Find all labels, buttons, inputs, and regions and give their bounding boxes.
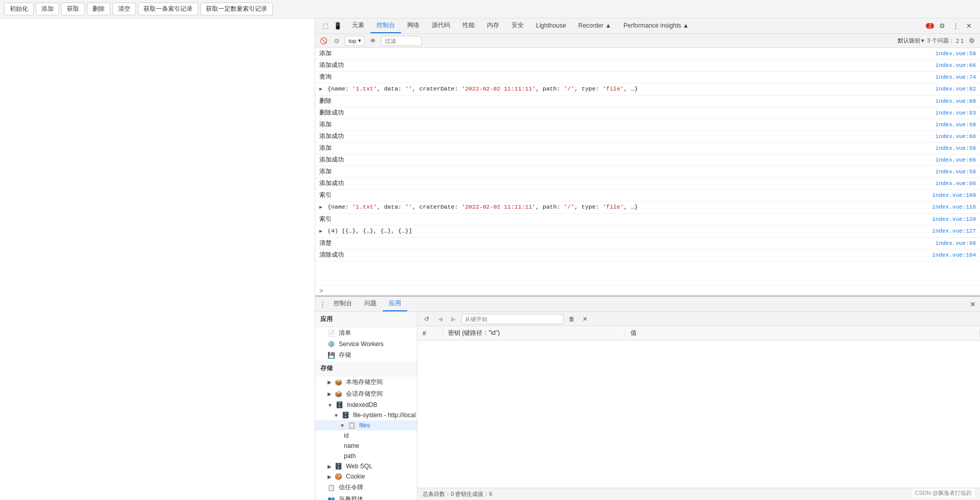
sidebar-item-files[interactable]: ▼ 📋 files <box>315 420 417 430</box>
console-line-link[interactable]: index.vue:66 <box>925 179 976 188</box>
top-context-filter[interactable]: top ▾ <box>345 36 365 46</box>
tab-console-bottom[interactable]: 控制台 <box>328 297 358 311</box>
sidebar-item-localstorage[interactable]: ▶ 📦 本地存储空间 <box>315 376 417 388</box>
more-icon[interactable]: ⋮ <box>950 21 961 31</box>
default-level-label: 默认级别 <box>898 37 920 44</box>
add-button[interactable]: 添加 <box>36 3 59 15</box>
console-toolbar: 🚫 ⊙ top ▾ 👁 默认级别 ▾ 3 个问题： 2 1 <box>315 34 980 48</box>
close-devtools-icon[interactable]: ✕ <box>964 21 974 31</box>
idb-clear-btn[interactable]: ✕ <box>580 314 590 324</box>
tab-console[interactable]: 控制台 <box>370 18 401 33</box>
sidebar-item-websql[interactable]: ▶ 🗄️ Web SQL <box>315 461 417 471</box>
top-toolbar: 初始化 添加 获取 删除 清空 获取一条索引记录 获取一定数量索引记录 <box>0 0 980 18</box>
delete-button[interactable]: 删除 <box>87 3 110 15</box>
storage-section-header: 存储 <box>315 361 417 376</box>
device-icon[interactable]: 📱 <box>333 21 343 31</box>
console-line-link[interactable]: index.vue:120 <box>922 215 976 224</box>
tab-network[interactable]: 网络 <box>401 18 426 33</box>
console-line-link[interactable]: index.vue:58 <box>925 167 976 176</box>
console-clear-btn[interactable]: 🚫 <box>318 36 329 46</box>
console-line-link[interactable]: index.vue:93 <box>925 108 976 118</box>
console-line-link[interactable]: index.vue:58 <box>925 49 976 58</box>
tab-security[interactable]: 安全 <box>505 18 530 33</box>
sidebar-item-sessionstorage[interactable]: ▶ 📦 会话存储空间 <box>315 388 417 400</box>
sessionstorage-icon: 📦 <box>335 391 342 398</box>
tab-application-bottom[interactable]: 应用 <box>383 297 407 311</box>
settings-icon[interactable]: ⚙ <box>937 21 947 31</box>
console-line-content: 清楚 <box>319 239 925 248</box>
idb-col-key: 密钥 (键路径："id") <box>443 329 625 337</box>
console-line-content: 删除 <box>319 97 925 106</box>
console-line-link[interactable]: index.vue:66 <box>925 155 976 165</box>
trust-tokens-label: 信任令牌 <box>339 483 363 492</box>
console-line-content: 添加成功 <box>319 132 925 141</box>
console-line-content: 查询 <box>319 73 925 82</box>
filter-input[interactable] <box>381 36 422 46</box>
idb-start-key-input[interactable] <box>461 314 564 324</box>
sessionstorage-label: 会话存储空间 <box>346 390 383 398</box>
sidebar-item-id[interactable]: id <box>315 430 417 441</box>
sidebar-item-cookie[interactable]: ▶ 🍪 Cookie <box>315 471 417 482</box>
inspect-icon[interactable]: ⬚ <box>320 21 331 31</box>
idb-table-header: # 密钥 (键路径："id") 值 <box>417 326 980 340</box>
console-line-link[interactable]: index.vue:66 <box>925 61 976 70</box>
bottom-close-btn[interactable]: ✕ <box>968 299 978 309</box>
obj-preview: (4) [{…}, {…}, {…}, {…}] <box>328 228 412 234</box>
idb-delete-btn[interactable]: 🗑 <box>567 314 577 324</box>
sidebar-item-name[interactable]: name <box>315 441 417 451</box>
sidebar-item-interest-groups[interactable]: 👥 兴趣群体 <box>315 493 417 500</box>
sidebar-item-service-workers[interactable]: ⚙️ Service Workers <box>315 339 417 349</box>
idb-refresh-btn[interactable]: ↺ <box>422 314 432 324</box>
tab-issues-bottom[interactable]: 问题 <box>358 297 383 311</box>
console-line-link[interactable]: index.vue:98 <box>925 239 976 248</box>
idb-prev-btn[interactable]: ◀ <box>435 314 445 324</box>
console-preserve-btn[interactable]: ⊙ <box>332 36 342 46</box>
clear-button[interactable]: 清空 <box>112 3 136 15</box>
console-line-link[interactable]: index.vue:74 <box>925 73 976 82</box>
get-count-index-button[interactable]: 获取一定数量索引记录 <box>200 3 273 15</box>
console-line-link[interactable]: index.vue:127 <box>922 226 976 236</box>
bottom-panel-grip-icon[interactable]: ⋮ <box>317 299 328 309</box>
default-level-btn[interactable]: 默认级别 ▾ <box>898 37 924 44</box>
console-line-link[interactable]: index.vue:88 <box>925 97 976 106</box>
cookie-label: Cookie <box>346 473 365 480</box>
console-line-link[interactable]: index.vue:82 <box>925 84 976 94</box>
console-line-content: 添加 <box>319 167 925 176</box>
eye-icon[interactable]: 👁 <box>368 36 378 46</box>
sidebar-item-indexeddb[interactable]: ▼ 🗄️ IndexedDB <box>315 400 417 410</box>
tab-elements[interactable]: 元素 <box>346 18 370 33</box>
console-line-content: 添加 <box>319 49 925 58</box>
obj-preview: {name: '1.txt', data: '', craterDate: '2… <box>328 203 638 210</box>
sidebar-item-storage[interactable]: 💾 存储 <box>315 349 417 361</box>
console-line-link[interactable]: index.vue:116 <box>922 202 976 212</box>
get-one-index-button[interactable]: 获取一条索引记录 <box>138 3 198 15</box>
sidebar-item-path[interactable]: path <box>315 451 417 461</box>
issues-count: 3 个问题： 2 1 <box>927 37 964 44</box>
indexeddb-label: IndexedDB <box>347 401 377 408</box>
console-line-link[interactable]: index.vue:104 <box>922 251 976 260</box>
tab-source[interactable]: 源代码 <box>426 18 456 33</box>
expand-arrow[interactable]: ▶ <box>319 229 325 234</box>
expand-arrow[interactable]: ▶ <box>319 86 325 92</box>
sidebar-item-filesystem[interactable]: ▼ 🗄️ file-system - http://local <box>315 410 417 420</box>
console-line-link[interactable]: index.vue:58 <box>925 144 976 153</box>
get-button[interactable]: 获取 <box>61 3 85 15</box>
console-line-content: ▶ (4) [{…}, {…}, {…}, {…}] <box>319 226 922 236</box>
console-line: 删除成功index.vue:93 <box>315 107 980 119</box>
expand-arrow[interactable]: ▶ <box>319 204 325 210</box>
init-button[interactable]: 初始化 <box>4 3 34 15</box>
devtools-tabs: 元素 控制台 网络 源代码 性能 内存 安全 Lighthouse Record… <box>346 18 922 33</box>
console-line-link[interactable]: index.vue:66 <box>925 132 976 141</box>
console-line-link[interactable]: index.vue:58 <box>925 120 976 129</box>
sidebar-item-trust-tokens[interactable]: 📋 信任令牌 <box>315 482 417 493</box>
tab-lighthouse[interactable]: Lighthouse <box>530 18 572 33</box>
tab-perf-insights[interactable]: Performance insights ▲ <box>617 18 695 33</box>
console-line-link[interactable]: index.vue:109 <box>922 191 976 200</box>
idb-next-btn[interactable]: ▶ <box>448 314 458 324</box>
devtools-topbar-right: 2 ⚙ ⋮ ✕ <box>922 21 978 31</box>
tab-memory[interactable]: 内存 <box>481 18 505 33</box>
tab-performance[interactable]: 性能 <box>456 18 481 33</box>
tab-recorder[interactable]: Recorder ▲ <box>572 18 618 33</box>
settings-gear-icon[interactable]: ⚙ <box>967 36 977 46</box>
sidebar-item-manifest[interactable]: 📄 清单 <box>315 327 417 339</box>
